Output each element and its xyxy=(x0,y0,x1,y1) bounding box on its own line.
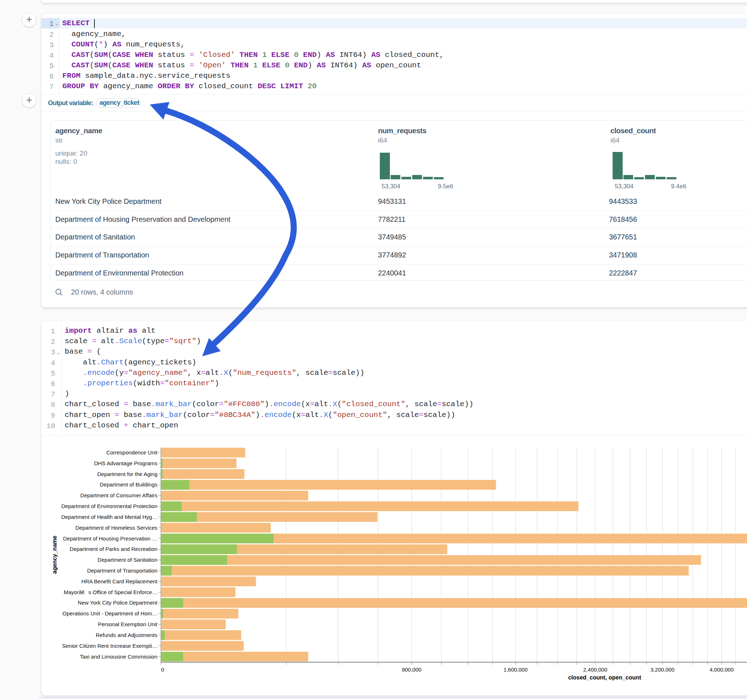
svg-text:Department of Sanitation: Department of Sanitation xyxy=(98,557,157,563)
svg-text:agency_name: agency_name xyxy=(51,536,57,573)
svg-text:DHS Advantage Programs: DHS Advantage Programs xyxy=(94,460,157,466)
svg-text:Mayorâ€ s Office of Special: Mayorâ€ s Office of Special Enforce… xyxy=(64,589,157,595)
svg-text:Operations Unit - Department o: Operations Unit - Department of Hom… xyxy=(62,610,157,617)
svg-text:Department of Environmental Pr: Department of Environmental Protection xyxy=(61,503,157,509)
svg-text:2,400,000: 2,400,000 xyxy=(584,667,608,673)
svg-text:Department of Health and Menta: Department of Health and Mental Hyg… xyxy=(61,514,157,520)
svg-text:Taxi and Limousine Commission: Taxi and Limousine Commission xyxy=(80,653,157,660)
svg-text:Department of Transportation: Department of Transportation xyxy=(87,567,157,573)
svg-text:Department of Homeless Service: Department of Homeless Services xyxy=(75,525,157,531)
svg-text:Personal Exemption Unit: Personal Exemption Unit xyxy=(98,621,158,627)
svg-text:Senior Citizen Rent Increase E: Senior Citizen Rent Increase Exempti… xyxy=(62,643,157,649)
svg-text:Correspondence Unit: Correspondence Unit xyxy=(106,450,158,456)
svg-text:800,000: 800,000 xyxy=(402,667,421,673)
svg-text:4,000,000: 4,000,000 xyxy=(709,667,734,673)
svg-text:Department of Consumer Affairs: Department of Consumer Affairs xyxy=(80,492,157,498)
svg-text:HRA Benefit Card Replacement: HRA Benefit Card Replacement xyxy=(82,578,158,584)
svg-text:0: 0 xyxy=(161,667,164,673)
svg-text:Department for the Aging: Department for the Aging xyxy=(97,471,157,477)
svg-text:Department of Buildings: Department of Buildings xyxy=(100,481,157,487)
svg-text:Department of Housing Preserva: Department of Housing Preservation … xyxy=(63,536,157,542)
svg-text:closed_count, open_count: closed_count, open_count xyxy=(568,674,641,680)
svg-text:Refunds and Adjustments: Refunds and Adjustments xyxy=(96,632,157,638)
svg-text:3,200,000: 3,200,000 xyxy=(650,667,674,673)
svg-text:1,600,000: 1,600,000 xyxy=(504,667,528,673)
svg-text:New York City Police Departmen: New York City Police Department xyxy=(78,599,158,606)
svg-text:Department of Parks and Recrea: Department of Parks and Recreation xyxy=(70,546,157,552)
